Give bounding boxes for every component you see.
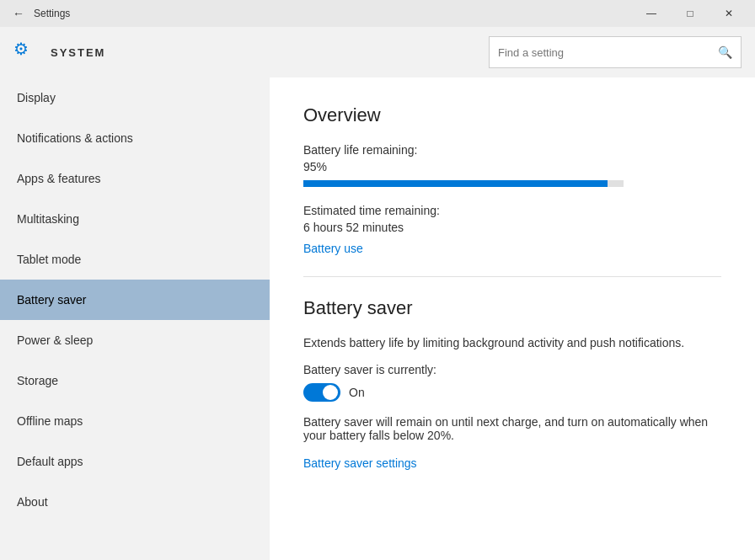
sidebar-item-multitasking[interactable]: Multitasking: [0, 199, 270, 239]
battery-bar: [303, 180, 624, 187]
toggle-knob: [323, 385, 338, 400]
battery-life-label: Battery life remaining:: [303, 143, 721, 157]
toggle-state-label: On: [349, 386, 365, 399]
title-bar: ← Settings — □ ✕: [0, 0, 755, 27]
battery-saver-toggle[interactable]: [303, 383, 340, 402]
estimated-time-value: 6 hours 52 minutes: [303, 221, 721, 234]
window-controls: — □ ✕: [632, 0, 748, 27]
search-icon: 🔍: [718, 45, 732, 59]
battery-saver-settings-link[interactable]: Battery saver settings: [303, 456, 417, 470]
window-title: Settings: [34, 8, 70, 19]
sidebar-item-display[interactable]: Display: [0, 77, 270, 118]
maximize-button[interactable]: □: [671, 0, 709, 27]
back-button[interactable]: ←: [7, 2, 30, 25]
battery-saver-title: Battery saver: [303, 297, 721, 319]
sidebar-item-battery-saver[interactable]: Battery saver: [0, 280, 270, 320]
estimated-time-label: Estimated time remaining:: [303, 204, 721, 217]
sidebar-item-tablet[interactable]: Tablet mode: [0, 239, 270, 280]
sidebar-item-apps[interactable]: Apps & features: [0, 158, 270, 199]
close-button[interactable]: ✕: [709, 0, 748, 27]
search-input[interactable]: [498, 46, 718, 59]
battery-saver-toggle-row: On: [303, 383, 721, 402]
sidebar-item-offline-maps[interactable]: Offline maps: [0, 401, 270, 441]
sidebar-item-about[interactable]: About: [0, 482, 270, 522]
overview-title: Overview: [303, 104, 721, 126]
app-title: SYSTEM: [51, 46, 105, 59]
search-box[interactable]: 🔍: [489, 36, 742, 68]
app-header: ⚙ SYSTEM 🔍: [0, 27, 755, 77]
sidebar-item-notifications[interactable]: Notifications & actions: [0, 118, 270, 158]
battery-bar-fill: [303, 180, 608, 187]
battery-saver-note: Battery saver will remain on until next …: [303, 415, 721, 442]
system-icon: ⚙: [13, 39, 40, 66]
battery-saver-description: Extends battery life by limiting backgro…: [303, 336, 721, 349]
sidebar: Display Notifications & actions Apps & f…: [0, 77, 270, 560]
battery-percent: 95%: [303, 160, 721, 173]
main-content: Display Notifications & actions Apps & f…: [0, 77, 755, 560]
content-area: Overview Battery life remaining: 95% Est…: [270, 77, 755, 560]
sidebar-item-power[interactable]: Power & sleep: [0, 320, 270, 360]
battery-use-link[interactable]: Battery use: [303, 242, 363, 255]
battery-saver-status-label: Battery saver is currently:: [303, 363, 721, 376]
minimize-button[interactable]: —: [632, 0, 671, 27]
divider: [303, 276, 721, 277]
sidebar-item-storage[interactable]: Storage: [0, 360, 270, 401]
sidebar-item-default-apps[interactable]: Default apps: [0, 441, 270, 482]
